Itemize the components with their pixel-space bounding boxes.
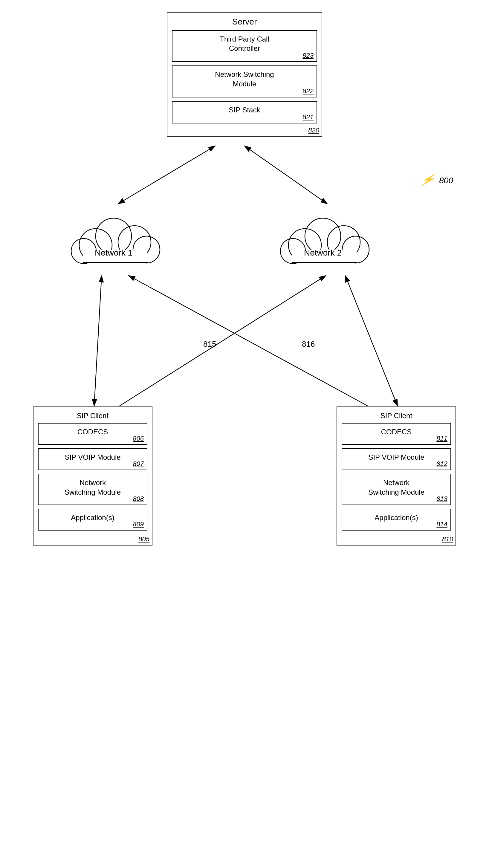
nsm-left-box: NetworkSwitching Module 808	[38, 474, 147, 505]
sip-stack-text: SIP Stack	[177, 105, 312, 115]
nsm-left-text: NetworkSwitching Module	[43, 478, 142, 496]
ref-822: 822	[303, 87, 313, 95]
diagram-container: Server Third Party CallController 823 Ne…	[0, 0, 489, 868]
ref-812: 812	[436, 460, 448, 468]
sip-client-right-to-network1-arrow	[128, 276, 368, 406]
codecs-left-text: CODECS	[43, 427, 142, 436]
ref-820: 820	[308, 126, 319, 134]
server-to-network1-arrow	[118, 146, 215, 204]
ref-809: 809	[133, 520, 144, 528]
ref-811: 811	[436, 435, 448, 442]
connection-label-816: 816	[302, 340, 315, 348]
sip-client-right-to-network2-arrow	[345, 276, 398, 406]
applications-right-text: Application(s)	[347, 513, 446, 522]
third-party-controller-text: Third Party CallController	[177, 34, 312, 53]
network2-label: Network 2	[304, 248, 342, 257]
network-switching-module-server-box: Network SwitchingModule 822	[172, 65, 317, 97]
ref-821: 821	[303, 113, 313, 121]
nsm-right-text: NetworkSwitching Module	[347, 478, 446, 496]
figure-number: 800	[439, 176, 453, 185]
sip-voip-right-box: SIP VOIP Module 812	[342, 448, 451, 470]
ref-808: 808	[133, 495, 144, 503]
server-label: Server	[172, 17, 317, 27]
codecs-right-box: CODECS 811	[342, 423, 451, 445]
codecs-right-text: CODECS	[347, 427, 446, 436]
applications-left-box: Application(s) 809	[38, 509, 147, 531]
network-switching-module-server-text: Network SwitchingModule	[177, 70, 312, 88]
network2-cloud: Network 2	[275, 203, 371, 275]
sip-client-left-to-network1-arrow	[94, 276, 102, 406]
nsm-right-box: NetworkSwitching Module 813	[342, 474, 451, 505]
sip-client-left-box: SIP Client CODECS 806 SIP VOIP Module 80…	[33, 406, 152, 546]
sip-client-left-label: SIP Client	[38, 411, 147, 420]
figure-label: ⚡ 800	[421, 173, 453, 186]
server-box: Server Third Party CallController 823 Ne…	[167, 12, 322, 136]
ref-823: 823	[303, 52, 313, 60]
network1-label: Network 1	[95, 248, 132, 257]
ref-813: 813	[436, 495, 448, 503]
applications-left-text: Application(s)	[43, 513, 142, 522]
applications-right-box: Application(s) 814	[342, 509, 451, 531]
lightning-icon: ⚡	[419, 173, 436, 186]
sip-voip-left-box: SIP VOIP Module 807	[38, 448, 147, 470]
ref-807: 807	[133, 460, 144, 468]
sip-voip-right-text: SIP VOIP Module	[347, 453, 446, 462]
ref-806: 806	[133, 435, 144, 442]
sip-stack-box: SIP Stack 821	[172, 101, 317, 123]
sip-client-right-label: SIP Client	[342, 411, 451, 420]
sip-client-left-to-network2-arrow	[120, 276, 326, 406]
codecs-left-box: CODECS 806	[38, 423, 147, 445]
network1-cloud: Network 1	[66, 203, 161, 275]
sip-voip-left-text: SIP VOIP Module	[43, 453, 142, 462]
ref-814: 814	[436, 520, 448, 528]
server-to-network2-arrow	[245, 146, 327, 204]
sip-client-right-box: SIP Client CODECS 811 SIP VOIP Module 81…	[337, 406, 456, 546]
ref-805: 805	[139, 535, 149, 543]
ref-810: 810	[442, 535, 453, 543]
third-party-controller-box: Third Party CallController 823	[172, 30, 317, 62]
connection-label-815: 815	[203, 340, 216, 348]
